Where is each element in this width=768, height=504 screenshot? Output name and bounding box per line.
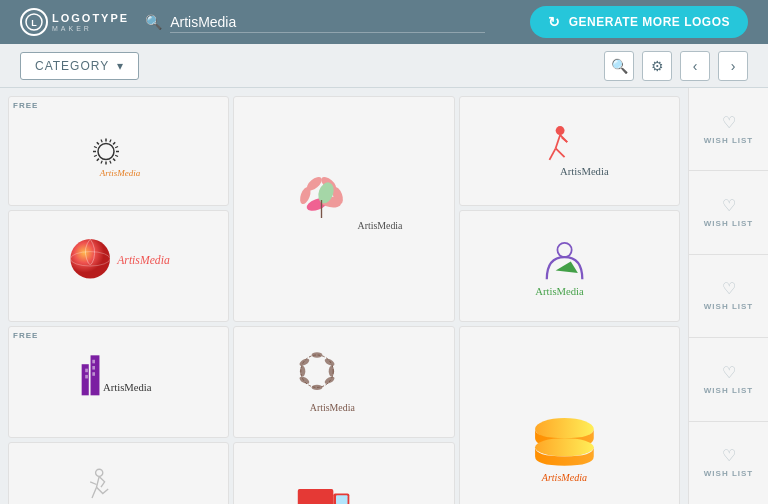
logo-card-1[interactable]: FREE <box>8 96 229 206</box>
toolbar: CATEGORY ▾ 🔍 ⚙ ‹ › <box>0 44 768 88</box>
svg-line-7 <box>96 142 98 144</box>
svg-text:ArtisMedia: ArtisMedia <box>116 254 170 267</box>
wishlist-item-4[interactable]: ♡ WISH LIST <box>689 338 768 421</box>
wishlist-label-5: WISH LIST <box>704 469 753 479</box>
svg-rect-46 <box>92 366 95 370</box>
search-icon: 🔍 <box>145 14 162 30</box>
wishlist-item-3[interactable]: ♡ WISH LIST <box>689 255 768 338</box>
svg-point-53 <box>312 352 323 357</box>
logo-card-4[interactable]: ArtisMedia <box>8 210 229 322</box>
wishlist-label-4: WISH LIST <box>704 386 753 396</box>
logo-card-2[interactable]: ArtisMedia <box>233 96 454 322</box>
logo-title: LOGOTYPE <box>52 12 129 24</box>
filter-button[interactable]: ⚙ <box>642 51 672 81</box>
svg-point-57 <box>312 385 323 390</box>
heart-icon-2: ♡ <box>722 196 736 215</box>
logo-card-7[interactable]: FREE ArtisMedia <box>8 326 229 438</box>
search-input[interactable] <box>170 12 485 33</box>
wishlist-item-5[interactable]: ♡ WISH LIST <box>689 422 768 504</box>
svg-rect-47 <box>92 372 95 376</box>
generate-logos-button[interactable]: ↻ GENERATE MORE LOGOS <box>530 6 748 38</box>
logo-card-8[interactable]: ArtisMedia <box>233 326 454 438</box>
svg-point-50 <box>298 357 310 367</box>
logo-icon-mountain: ArtisMedia <box>514 226 624 306</box>
wishlist-label-2: WISH LIST <box>704 219 753 229</box>
svg-line-15 <box>115 147 118 148</box>
header: L LOGOTYPE MAKER 🔍 ↻ GENERATE MORE LOGOS <box>0 0 768 44</box>
svg-point-60 <box>535 438 594 456</box>
svg-line-16 <box>115 155 118 156</box>
category-button[interactable]: CATEGORY ▾ <box>20 52 139 80</box>
next-button[interactable]: › <box>718 51 748 81</box>
logo-icon: L <box>20 8 48 36</box>
logo-icon-globe: ArtisMedia <box>64 221 174 311</box>
svg-point-39 <box>558 243 572 257</box>
svg-line-10 <box>96 159 98 161</box>
heart-icon-5: ♡ <box>722 446 736 465</box>
svg-rect-66 <box>336 495 348 504</box>
wishlist-label-1: WISH LIST <box>704 136 753 146</box>
main-area: FREE <box>0 88 768 504</box>
svg-line-8 <box>113 159 115 161</box>
chevron-down-icon: ▾ <box>117 59 124 73</box>
search-button[interactable]: 🔍 <box>604 51 634 81</box>
svg-text:ArtisMedia: ArtisMedia <box>536 286 585 297</box>
logo-icon-sunburst: ArtisMedia <box>84 121 154 181</box>
category-label: CATEGORY <box>35 59 109 73</box>
svg-text:ArtisMedia: ArtisMedia <box>98 168 140 178</box>
wishlist-item-2[interactable]: ♡ WISH LIST <box>689 171 768 254</box>
logo-area: L LOGOTYPE MAKER <box>20 8 129 36</box>
wishlist-label-3: WISH LIST <box>704 302 753 312</box>
logo-icon-dancer: ArtisMedia <box>64 453 174 504</box>
logo-icon-runner: ArtisMedia <box>514 111 624 191</box>
logo-card-11[interactable]: ArtisMedia <box>233 442 454 504</box>
svg-point-51 <box>300 366 305 377</box>
svg-line-14 <box>94 155 97 156</box>
logo-icon-wreath: ArtisMedia <box>289 337 399 427</box>
svg-line-30 <box>556 135 560 148</box>
svg-point-52 <box>298 375 310 385</box>
svg-point-62 <box>95 469 102 476</box>
logo-grid: FREE <box>0 88 688 504</box>
svg-text:ArtisMedia: ArtisMedia <box>541 472 587 483</box>
svg-point-36 <box>70 239 110 279</box>
svg-point-2 <box>98 144 114 160</box>
heart-icon-1: ♡ <box>722 113 736 132</box>
refresh-icon: ↻ <box>548 14 561 30</box>
header-search-area: 🔍 <box>145 12 485 33</box>
svg-line-18 <box>109 161 110 164</box>
free-badge: FREE <box>13 101 38 110</box>
prev-button[interactable]: ‹ <box>680 51 710 81</box>
svg-line-9 <box>113 142 115 144</box>
svg-rect-43 <box>85 369 88 373</box>
svg-point-56 <box>324 375 336 385</box>
generate-btn-label: GENERATE MORE LOGOS <box>569 15 730 29</box>
svg-point-54 <box>324 357 336 367</box>
logo-icon-truck: ArtisMedia <box>284 458 404 504</box>
logo-card-6[interactable]: ArtisMedia <box>459 210 680 322</box>
logo-card-9[interactable]: ArtisMedia <box>459 326 680 504</box>
free-badge-2: FREE <box>13 331 38 340</box>
svg-rect-45 <box>92 360 95 364</box>
svg-line-13 <box>94 147 97 148</box>
svg-point-29 <box>556 126 565 135</box>
logo-card-10[interactable]: ArtisMedia <box>8 442 229 504</box>
heart-icon-4: ♡ <box>722 363 736 382</box>
svg-text:ArtisMedia: ArtisMedia <box>560 166 609 177</box>
logo-icon-ribbon: ArtisMedia <box>514 385 624 495</box>
logo-card-3[interactable]: ArtisMedia <box>459 96 680 206</box>
svg-line-32 <box>556 148 565 157</box>
svg-rect-64 <box>298 489 334 504</box>
svg-text:ArtisMedia: ArtisMedia <box>357 220 403 231</box>
logo-sub: MAKER <box>52 25 129 32</box>
logo-icon-buildings: ArtisMedia <box>64 342 174 422</box>
heart-icon-3: ♡ <box>722 279 736 298</box>
logo-icon-flower: ArtisMedia <box>284 164 404 254</box>
wishlist-item-1[interactable]: ♡ WISH LIST <box>689 88 768 171</box>
svg-line-11 <box>101 140 102 143</box>
svg-line-12 <box>109 140 110 143</box>
svg-line-17 <box>101 161 102 164</box>
svg-text:ArtisMedia: ArtisMedia <box>103 382 152 393</box>
svg-rect-44 <box>85 375 88 379</box>
svg-line-31 <box>550 148 556 160</box>
